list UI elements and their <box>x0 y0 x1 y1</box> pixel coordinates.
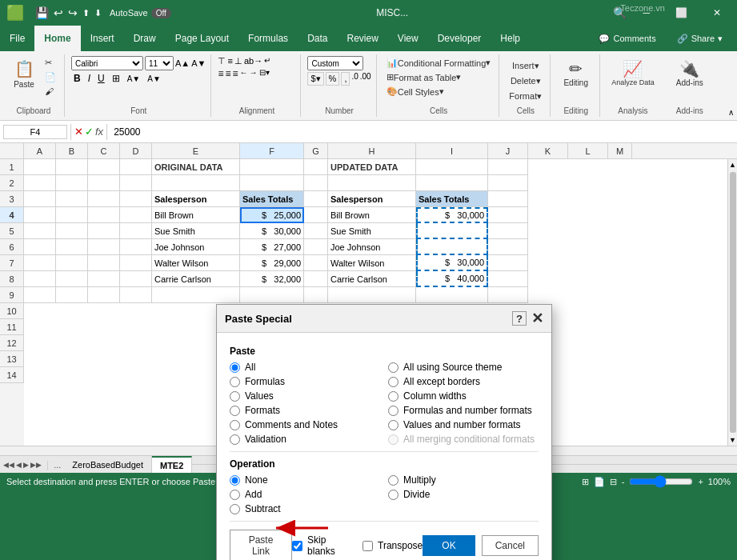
cell-f2[interactable] <box>240 175 304 191</box>
decrease-indent-icon[interactable]: ← <box>240 68 248 79</box>
cell-a3[interactable] <box>24 191 56 207</box>
cell-g4[interactable] <box>304 207 328 223</box>
transpose-checkbox[interactable] <box>362 541 373 551</box>
insert-cells-button[interactable]: Insert▾ <box>509 59 543 73</box>
tab-home[interactable]: Home <box>34 26 80 51</box>
cell-j7[interactable] <box>488 255 528 271</box>
tab-review[interactable]: Review <box>337 26 387 51</box>
col-header-g[interactable]: G <box>304 143 328 158</box>
bold-button[interactable]: B <box>71 72 83 85</box>
col-header-e[interactable]: E <box>152 143 240 158</box>
vertical-scrollbar[interactable]: ▲ ▼ <box>727 159 737 446</box>
tab-developer[interactable]: Developer <box>428 26 491 51</box>
cell-j9[interactable] <box>488 287 528 303</box>
sheet-tab-mte2[interactable]: MTE2 <box>152 456 192 473</box>
row-header-11[interactable]: 11 <box>0 319 24 335</box>
row-header-10[interactable]: 10 <box>0 303 24 319</box>
formula-function-icon[interactable]: fx <box>95 126 103 138</box>
col-header-c[interactable]: C <box>88 143 120 158</box>
zoom-slider[interactable] <box>629 478 693 485</box>
tab-insert[interactable]: Insert <box>81 26 124 51</box>
align-middle-icon[interactable]: ≡ <box>227 56 232 66</box>
row-header-5[interactable]: 5 <box>0 223 24 239</box>
name-box[interactable] <box>3 125 67 139</box>
number-format-select[interactable]: Custom <box>307 56 363 70</box>
row-header-1[interactable]: 1 <box>0 159 24 175</box>
cell-b8[interactable] <box>56 271 88 287</box>
cell-e6[interactable]: Joe Johnson <box>152 239 240 255</box>
cell-e9[interactable] <box>152 287 240 303</box>
paste-option-formats[interactable]: Formats <box>230 405 380 416</box>
window-restore-icon[interactable]: ⬜ <box>666 4 697 22</box>
row-header-2[interactable]: 2 <box>0 175 24 191</box>
ok-button[interactable]: OK <box>423 535 475 556</box>
redo-icon[interactable]: ↪ <box>68 6 78 19</box>
paste-link-button[interactable]: Paste Link <box>230 530 292 560</box>
operation-none[interactable]: None <box>230 474 380 486</box>
cell-h6[interactable]: Joe Johnson <box>328 239 416 255</box>
cell-b9[interactable] <box>56 287 88 303</box>
italic-button[interactable]: I <box>86 72 93 85</box>
sheet-nav-prev-icon[interactable]: ◀ <box>16 461 22 469</box>
skip-blanks-checkbox[interactable] <box>292 541 302 551</box>
cell-e4[interactable]: Bill Brown <box>152 207 240 223</box>
zoom-minus-button[interactable]: - <box>622 477 625 486</box>
modal-close-icon[interactable]: ✕ <box>531 310 543 327</box>
tab-help[interactable]: Help <box>491 26 530 51</box>
zoom-plus-button[interactable]: + <box>698 477 703 486</box>
paste-comments-radio[interactable] <box>230 420 240 430</box>
cell-a9[interactable] <box>24 287 56 303</box>
cell-f5[interactable]: $ 30,000 <box>240 223 304 239</box>
expand-tabs-icon[interactable]: ... <box>50 460 64 470</box>
sheet-nav-last-icon[interactable]: ▶▶ <box>30 461 42 469</box>
paste-button[interactable]: 📋 Paste <box>8 56 40 92</box>
row-header-14[interactable]: 14 <box>0 367 24 383</box>
delete-cells-button[interactable]: Delete▾ <box>507 74 544 88</box>
cell-e5[interactable]: Sue Smith <box>152 223 240 239</box>
currency-button[interactable]: $▾ <box>307 72 323 86</box>
paste-option-values[interactable]: Values <box>230 390 380 402</box>
col-header-m[interactable]: M <box>608 143 632 158</box>
cell-d3[interactable] <box>120 191 152 207</box>
cell-b1[interactable] <box>56 159 88 175</box>
paste-formulas-radio[interactable] <box>230 377 240 387</box>
cell-e2[interactable] <box>152 175 240 191</box>
paste-colwidths-radio[interactable] <box>388 391 399 402</box>
cell-f3[interactable]: Sales Totals <box>240 191 304 207</box>
paste-option-formulas[interactable]: Formulas <box>230 376 380 387</box>
editing-large-button[interactable]: ✏ Editing <box>559 56 593 90</box>
view-page-break-icon[interactable]: ⊟ <box>610 477 617 487</box>
font-grow-icon[interactable]: A▲ <box>175 58 190 68</box>
save-icon[interactable]: 💾 <box>35 6 49 19</box>
paste-option-comments[interactable]: Comments and Notes <box>230 419 380 430</box>
cell-i4[interactable]: $ 30,000 <box>416 207 488 223</box>
cell-a8[interactable] <box>24 271 56 287</box>
cell-b5[interactable] <box>56 223 88 239</box>
cell-h9[interactable] <box>328 287 416 303</box>
cell-c5[interactable] <box>88 223 120 239</box>
zoom-level[interactable]: 100% <box>708 477 731 486</box>
row-header-8[interactable]: 8 <box>0 271 24 287</box>
cell-b3[interactable] <box>56 191 88 207</box>
cell-c3[interactable] <box>88 191 120 207</box>
orientation-icon[interactable]: ab→ <box>244 56 262 66</box>
cell-d2[interactable] <box>120 175 152 191</box>
format-painter-button[interactable]: 🖌 <box>42 85 59 98</box>
col-header-f[interactable]: F <box>240 143 304 158</box>
cell-c1[interactable] <box>88 159 120 175</box>
analyze-data-button[interactable]: 📈 Analyze Data <box>607 56 659 90</box>
col-header-a[interactable]: A <box>24 143 56 158</box>
cell-f7[interactable]: $ 29,000 <box>240 255 304 271</box>
tab-file[interactable]: File <box>0 26 34 51</box>
conditional-formatting-button[interactable]: 📊 Conditional Formatting ▾ <box>383 56 495 70</box>
font-name-select[interactable]: Calibri <box>71 56 143 70</box>
paste-values-radio[interactable] <box>230 391 240 402</box>
operation-add[interactable]: Add <box>230 489 380 500</box>
cell-i5[interactable] <box>416 223 488 239</box>
copy-button[interactable]: 📄 <box>42 70 59 84</box>
border-button[interactable]: ⊞ <box>110 72 122 85</box>
increase-decimal-icon[interactable]: .00 <box>360 72 371 86</box>
cell-h1[interactable]: UPDATED DATA <box>328 159 416 175</box>
col-header-j[interactable]: J <box>488 143 528 158</box>
cell-j5[interactable] <box>488 223 528 239</box>
